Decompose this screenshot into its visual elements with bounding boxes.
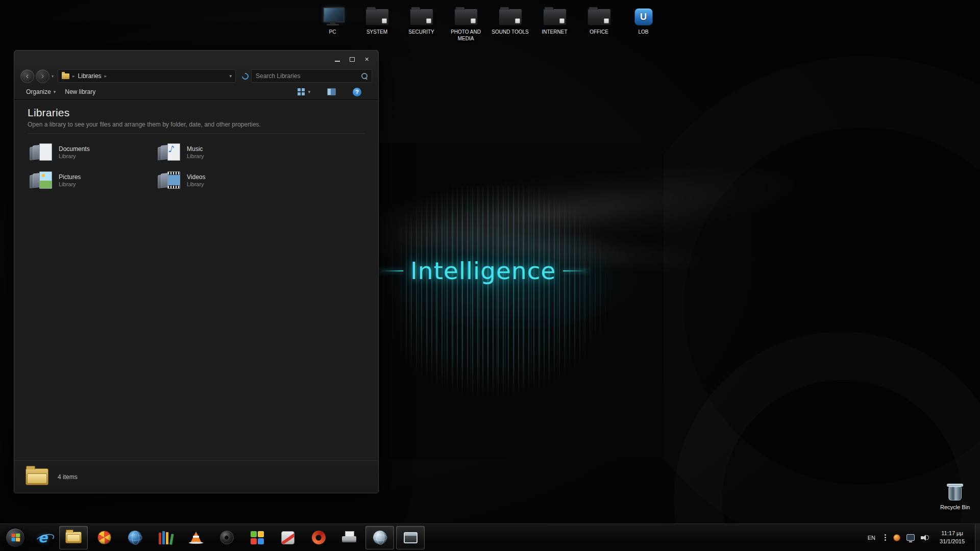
desktop: Intelligence PC SYSTEM SECURITY PHOTO AN… (0, 0, 980, 551)
desktop-icon-label: INTERNET (542, 29, 568, 35)
beachball-game-icon (97, 531, 111, 544)
desktop-icon-pc[interactable]: PC (310, 4, 355, 42)
taskbar-button-printer[interactable] (335, 526, 363, 549)
search-icon[interactable] (361, 73, 368, 79)
library-kind: Library (187, 181, 205, 187)
help-icon: ? (353, 88, 361, 96)
folder-content: Libraries Open a library to see your fil… (14, 100, 378, 192)
pc-icon (323, 4, 343, 26)
refresh-icon (240, 71, 250, 81)
page-title: Libraries (28, 107, 378, 119)
refresh-button[interactable] (239, 70, 251, 82)
desktop-icon-lob[interactable]: U LOB (621, 4, 666, 42)
command-toolbar: Organize ▾ New library ▾ ? (14, 84, 378, 100)
taskbar: e (0, 523, 980, 551)
taskbar-button-color-app[interactable] (243, 526, 272, 549)
tray-volume-icon[interactable] (921, 534, 929, 541)
recycle-bin-icon (947, 483, 963, 501)
hidden-icons-button[interactable] (884, 532, 887, 543)
search-box[interactable] (251, 69, 372, 83)
red-swirl-icon (312, 531, 326, 544)
title-bar[interactable]: × (14, 51, 378, 68)
wallpaper-title-row: Intelligence (378, 257, 589, 285)
items-count: 4 items (58, 473, 78, 481)
desktop-icon-security[interactable]: SECURITY (399, 4, 444, 42)
windows-start-icon (6, 528, 25, 547)
library-item-documents[interactable]: Documents Library (28, 140, 156, 164)
show-desktop-button[interactable] (975, 524, 980, 551)
desktop-icon-office[interactable]: OFFICE (577, 4, 621, 42)
minimize-button[interactable] (330, 54, 345, 64)
wallpaper-sound-bars (406, 186, 625, 426)
dark-folder-icon (365, 4, 389, 26)
taskbar-button-network-globe[interactable] (365, 526, 394, 549)
minimize-icon (335, 61, 340, 62)
internet-explorer-icon: e (38, 531, 47, 544)
language-indicator[interactable]: EN (866, 533, 877, 543)
organize-label: Organize (26, 88, 51, 95)
desktop-icon-label: OFFICE (590, 29, 608, 35)
preview-pane-button[interactable] (323, 86, 340, 97)
clock[interactable]: 11:17 μμ 31/1/2015 (936, 530, 969, 545)
taskbar-button-vlc[interactable] (182, 526, 210, 549)
dark-folder-icon (587, 4, 611, 26)
taskbar-button-game[interactable] (90, 526, 118, 549)
maximize-button[interactable] (345, 54, 359, 64)
forward-button[interactable]: › (36, 69, 50, 83)
desktop-icons-row: PC SYSTEM SECURITY PHOTO AND MEDIA SOUND… (310, 4, 666, 42)
system-tray: EN 11:17 μμ 31/1/2015 (861, 524, 980, 551)
desktop-icon-label: SYSTEM (366, 29, 387, 35)
taskbar-button-red-swirl-app[interactable] (304, 526, 333, 549)
dark-folder-icon (454, 4, 478, 26)
library-item-music[interactable]: ♪ Music Library (156, 140, 284, 164)
wallpaper-cyan-glow (368, 219, 653, 337)
back-button[interactable]: ‹ (20, 69, 34, 83)
breadcrumb-libraries[interactable]: Libraries (78, 72, 102, 80)
address-dropdown[interactable]: ▾ (229, 73, 232, 79)
desktop-icon-photo-and-media[interactable]: PHOTO AND MEDIA (444, 4, 488, 42)
library-name: Documents (59, 145, 90, 153)
page-description: Open a library to see your files and arr… (28, 121, 378, 128)
taskbar-button-browser-globe[interactable] (120, 526, 149, 549)
recycle-bin[interactable]: Recycle Bin (933, 483, 977, 510)
tray-orange-app-icon[interactable] (893, 534, 900, 541)
library-item-text: Pictures Library (59, 173, 81, 187)
breadcrumb-arrow-icon[interactable]: ▸ (72, 73, 75, 79)
desktop-icon-label: SECURITY (408, 29, 434, 35)
organize-button[interactable]: Organize ▾ (21, 86, 60, 97)
desktop-icon-internet[interactable]: INTERNET (532, 4, 577, 42)
lob-app-icon: U (634, 4, 653, 26)
breadcrumb-arrow-icon[interactable]: ▸ (105, 73, 107, 79)
taskbar-button-gray-app[interactable] (274, 526, 302, 549)
maximize-icon (350, 57, 355, 62)
start-button[interactable] (3, 525, 28, 550)
help-button[interactable]: ? (348, 86, 366, 98)
tray-display-icon[interactable] (906, 534, 915, 541)
library-item-pictures[interactable]: Pictures Library (28, 168, 156, 192)
recent-pages-dropdown[interactable]: ▾ (52, 74, 54, 79)
globe-icon (128, 531, 142, 544)
taskbar-button-dark-disc-app[interactable] (212, 526, 241, 549)
library-kind: Library (59, 181, 81, 187)
new-library-button[interactable]: New library (60, 86, 100, 97)
desktop-icon-system[interactable]: SYSTEM (355, 4, 399, 42)
vlc-cone-icon (189, 531, 203, 544)
taskbar-button-internet-explorer[interactable]: e (29, 526, 57, 549)
divider (28, 133, 365, 134)
navigation-bar: ‹ › ▾ ▸ Libraries ▸ ▾ (14, 68, 378, 84)
desktop-icon-sound-tools[interactable]: SOUND TOOLS (488, 4, 532, 42)
close-button[interactable]: × (359, 54, 374, 64)
window-app-icon (404, 532, 418, 543)
chevron-down-icon: ▾ (308, 89, 310, 94)
desktop-icon-label: PHOTO AND MEDIA (445, 29, 487, 42)
desktop-icon-label: SOUND TOOLS (492, 29, 528, 35)
search-input[interactable] (256, 72, 358, 80)
taskbar-button-library-books[interactable] (151, 526, 180, 549)
wallpaper-bars-fade (347, 143, 664, 459)
documents-library-icon (30, 142, 53, 162)
taskbar-button-window-app[interactable] (396, 526, 425, 549)
library-item-videos[interactable]: Videos Library (156, 168, 284, 192)
taskbar-button-file-explorer[interactable] (59, 526, 88, 549)
change-view-button[interactable]: ▾ (293, 86, 315, 97)
address-bar[interactable]: ▸ Libraries ▸ ▾ (58, 69, 236, 83)
